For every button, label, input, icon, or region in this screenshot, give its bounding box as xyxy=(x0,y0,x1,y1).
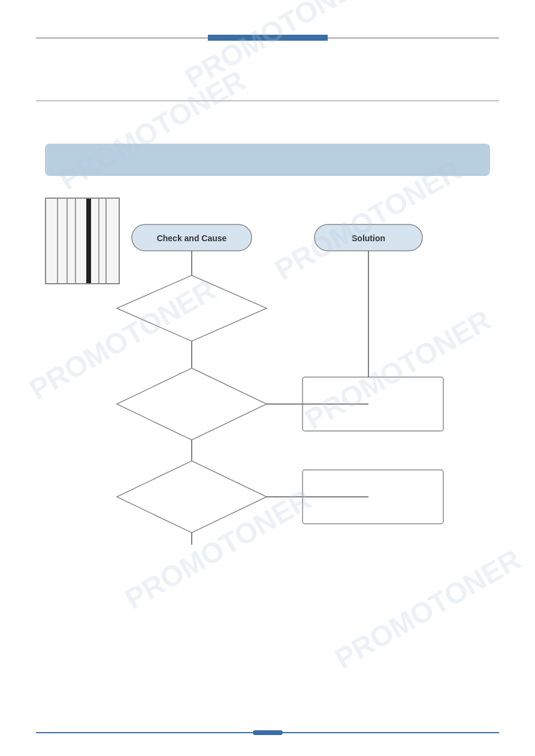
watermark-1: PROMOTONER xyxy=(180,0,377,95)
bottom-badge xyxy=(253,730,283,735)
svg-text:Solution: Solution xyxy=(352,233,385,243)
svg-marker-5 xyxy=(117,275,267,341)
watermark-2: PROMOTONER xyxy=(54,64,251,197)
top-badge xyxy=(208,35,328,41)
bottom-rule xyxy=(36,732,499,733)
flowchart-container: Check and Cause Solution xyxy=(45,192,488,551)
svg-text:Check and Cause: Check and Cause xyxy=(157,233,227,243)
mid-rule xyxy=(36,101,499,101)
svg-marker-7 xyxy=(117,368,267,440)
blue-header-bar xyxy=(45,144,490,176)
flowchart-svg: Check and Cause Solution xyxy=(45,192,488,545)
watermark-7: PROMOTONER xyxy=(330,543,527,676)
top-rule xyxy=(36,37,499,38)
svg-marker-13 xyxy=(117,461,267,533)
